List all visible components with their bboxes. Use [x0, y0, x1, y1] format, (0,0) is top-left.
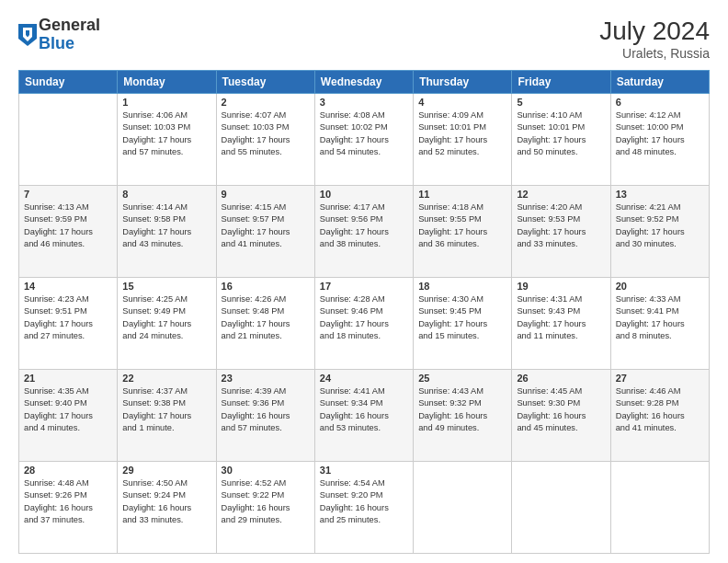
day-number: 25 — [418, 373, 506, 384]
day-number: 15 — [122, 281, 210, 292]
day-info: Sunrise: 4:35 AMSunset: 9:40 PMDaylight:… — [24, 385, 112, 435]
logo-general-text: General — [39, 17, 100, 35]
day-number: 10 — [320, 189, 408, 200]
calendar-header-row: Sunday Monday Tuesday Wednesday Thursday… — [19, 71, 710, 94]
day-info: Sunrise: 4:17 AMSunset: 9:56 PMDaylight:… — [320, 201, 408, 251]
table-row: 29Sunrise: 4:50 AMSunset: 9:24 PMDayligh… — [118, 462, 216, 554]
day-number: 22 — [122, 373, 210, 384]
day-number: 23 — [222, 373, 310, 384]
title-block: July 2024 Uralets, Russia — [599, 17, 710, 61]
day-info: Sunrise: 4:43 AMSunset: 9:32 PMDaylight:… — [418, 385, 506, 435]
table-row — [414, 462, 512, 554]
day-info: Sunrise: 4:46 AMSunset: 9:28 PMDaylight:… — [616, 385, 704, 435]
day-info: Sunrise: 4:15 AMSunset: 9:57 PMDaylight:… — [222, 201, 310, 251]
day-info: Sunrise: 4:26 AMSunset: 9:48 PMDaylight:… — [222, 293, 310, 343]
col-saturday: Saturday — [610, 71, 709, 94]
table-row: 20Sunrise: 4:33 AMSunset: 9:41 PMDayligh… — [610, 278, 709, 370]
calendar-table: Sunday Monday Tuesday Wednesday Thursday… — [18, 70, 710, 554]
day-number: 24 — [320, 373, 408, 384]
table-row: 25Sunrise: 4:43 AMSunset: 9:32 PMDayligh… — [414, 370, 512, 462]
table-row — [610, 462, 709, 554]
month-year: July 2024 — [599, 17, 710, 46]
day-number: 28 — [24, 465, 112, 476]
col-thursday: Thursday — [414, 71, 512, 94]
page: General Blue July 2024 Uralets, Russia S… — [0, 0, 728, 563]
logo-blue-text: Blue — [39, 35, 100, 53]
day-info: Sunrise: 4:06 AMSunset: 10:03 PMDaylight… — [122, 109, 210, 159]
day-info: Sunrise: 4:09 AMSunset: 10:01 PMDaylight… — [418, 109, 506, 159]
table-row: 21Sunrise: 4:35 AMSunset: 9:40 PMDayligh… — [19, 370, 118, 462]
day-number: 11 — [418, 189, 506, 200]
day-info: Sunrise: 4:41 AMSunset: 9:34 PMDaylight:… — [320, 385, 408, 435]
day-info: Sunrise: 4:10 AMSunset: 10:01 PMDaylight… — [517, 109, 605, 159]
table-row: 28Sunrise: 4:48 AMSunset: 9:26 PMDayligh… — [19, 462, 118, 554]
day-info: Sunrise: 4:52 AMSunset: 9:22 PMDaylight:… — [222, 477, 310, 527]
day-number: 12 — [517, 189, 605, 200]
calendar-week-row: 28Sunrise: 4:48 AMSunset: 9:26 PMDayligh… — [19, 462, 710, 554]
table-row: 2Sunrise: 4:07 AMSunset: 10:03 PMDayligh… — [216, 94, 314, 186]
day-number: 3 — [320, 97, 408, 108]
col-friday: Friday — [512, 71, 610, 94]
day-number: 17 — [320, 281, 408, 292]
day-info: Sunrise: 4:12 AMSunset: 10:00 PMDaylight… — [616, 109, 704, 159]
day-info: Sunrise: 4:30 AMSunset: 9:45 PMDaylight:… — [418, 293, 506, 343]
day-info: Sunrise: 4:18 AMSunset: 9:55 PMDaylight:… — [418, 201, 506, 251]
table-row: 8Sunrise: 4:14 AMSunset: 9:58 PMDaylight… — [118, 186, 216, 278]
table-row: 11Sunrise: 4:18 AMSunset: 9:55 PMDayligh… — [414, 186, 512, 278]
logo: General Blue — [18, 17, 100, 53]
table-row: 22Sunrise: 4:37 AMSunset: 9:38 PMDayligh… — [118, 370, 216, 462]
col-tuesday: Tuesday — [216, 71, 314, 94]
day-info: Sunrise: 4:33 AMSunset: 9:41 PMDaylight:… — [616, 293, 704, 343]
table-row: 15Sunrise: 4:25 AMSunset: 9:49 PMDayligh… — [118, 278, 216, 370]
day-number: 26 — [517, 373, 605, 384]
table-row: 3Sunrise: 4:08 AMSunset: 10:02 PMDayligh… — [314, 94, 413, 186]
day-number: 29 — [122, 465, 210, 476]
day-info: Sunrise: 4:45 AMSunset: 9:30 PMDaylight:… — [517, 385, 605, 435]
table-row: 14Sunrise: 4:23 AMSunset: 9:51 PMDayligh… — [19, 278, 118, 370]
calendar-week-row: 7Sunrise: 4:13 AMSunset: 9:59 PMDaylight… — [19, 186, 710, 278]
day-number: 8 — [122, 189, 210, 200]
header: General Blue July 2024 Uralets, Russia — [18, 17, 710, 61]
day-info: Sunrise: 4:13 AMSunset: 9:59 PMDaylight:… — [24, 201, 112, 251]
table-row: 7Sunrise: 4:13 AMSunset: 9:59 PMDaylight… — [19, 186, 118, 278]
table-row: 30Sunrise: 4:52 AMSunset: 9:22 PMDayligh… — [216, 462, 314, 554]
day-number: 21 — [24, 373, 112, 384]
day-number: 13 — [616, 189, 704, 200]
day-number: 20 — [616, 281, 704, 292]
table-row: 4Sunrise: 4:09 AMSunset: 10:01 PMDayligh… — [414, 94, 512, 186]
table-row: 31Sunrise: 4:54 AMSunset: 9:20 PMDayligh… — [314, 462, 413, 554]
day-number: 5 — [517, 97, 605, 108]
day-number: 14 — [24, 281, 112, 292]
table-row: 26Sunrise: 4:45 AMSunset: 9:30 PMDayligh… — [512, 370, 610, 462]
logo-icon — [18, 24, 37, 46]
calendar-week-row: 1Sunrise: 4:06 AMSunset: 10:03 PMDayligh… — [19, 94, 710, 186]
day-info: Sunrise: 4:50 AMSunset: 9:24 PMDaylight:… — [122, 477, 210, 527]
day-number: 19 — [517, 281, 605, 292]
table-row: 19Sunrise: 4:31 AMSunset: 9:43 PMDayligh… — [512, 278, 610, 370]
col-sunday: Sunday — [19, 71, 118, 94]
table-row: 13Sunrise: 4:21 AMSunset: 9:52 PMDayligh… — [610, 186, 709, 278]
table-row: 10Sunrise: 4:17 AMSunset: 9:56 PMDayligh… — [314, 186, 413, 278]
table-row: 12Sunrise: 4:20 AMSunset: 9:53 PMDayligh… — [512, 186, 610, 278]
day-info: Sunrise: 4:25 AMSunset: 9:49 PMDaylight:… — [122, 293, 210, 343]
day-info: Sunrise: 4:21 AMSunset: 9:52 PMDaylight:… — [616, 201, 704, 251]
table-row: 23Sunrise: 4:39 AMSunset: 9:36 PMDayligh… — [216, 370, 314, 462]
location: Uralets, Russia — [599, 46, 710, 61]
day-number: 7 — [24, 189, 112, 200]
day-number: 18 — [418, 281, 506, 292]
day-number: 31 — [320, 465, 408, 476]
day-info: Sunrise: 4:07 AMSunset: 10:03 PMDaylight… — [222, 109, 310, 159]
table-row: 17Sunrise: 4:28 AMSunset: 9:46 PMDayligh… — [314, 278, 413, 370]
table-row: 6Sunrise: 4:12 AMSunset: 10:00 PMDayligh… — [610, 94, 709, 186]
table-row — [512, 462, 610, 554]
day-info: Sunrise: 4:23 AMSunset: 9:51 PMDaylight:… — [24, 293, 112, 343]
table-row: 27Sunrise: 4:46 AMSunset: 9:28 PMDayligh… — [610, 370, 709, 462]
table-row: 18Sunrise: 4:30 AMSunset: 9:45 PMDayligh… — [414, 278, 512, 370]
table-row: 24Sunrise: 4:41 AMSunset: 9:34 PMDayligh… — [314, 370, 413, 462]
day-info: Sunrise: 4:28 AMSunset: 9:46 PMDaylight:… — [320, 293, 408, 343]
day-info: Sunrise: 4:14 AMSunset: 9:58 PMDaylight:… — [122, 201, 210, 251]
day-info: Sunrise: 4:08 AMSunset: 10:02 PMDaylight… — [320, 109, 408, 159]
table-row: 5Sunrise: 4:10 AMSunset: 10:01 PMDayligh… — [512, 94, 610, 186]
day-number: 9 — [222, 189, 310, 200]
day-info: Sunrise: 4:54 AMSunset: 9:20 PMDaylight:… — [320, 477, 408, 527]
